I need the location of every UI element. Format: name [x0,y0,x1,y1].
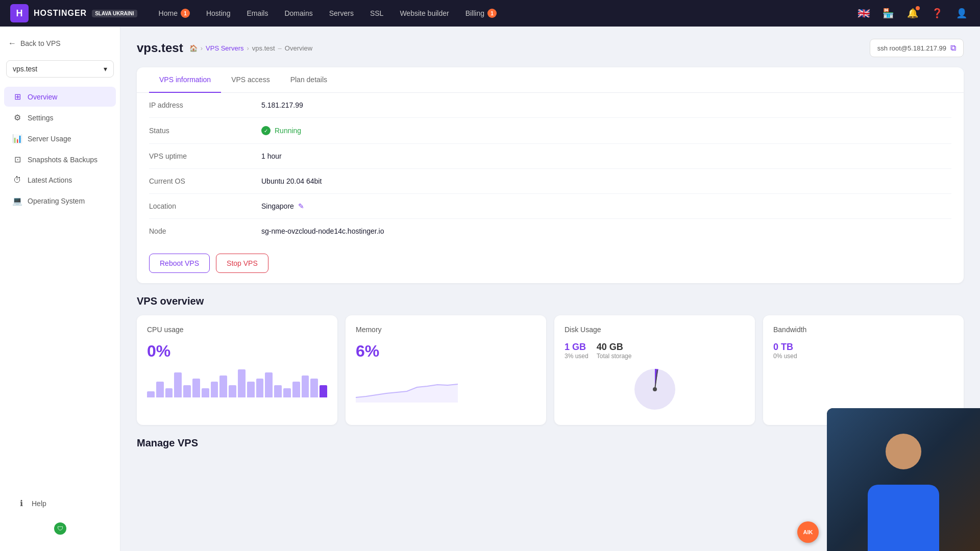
page-title-group: vps.test 🏠 › VPS Servers › vps.test – Ov… [137,41,312,55]
ssh-command-text: ssh root@5.181.217.99 [877,44,946,52]
breadcrumb-sep-3: – [278,44,282,52]
sidebar-item-os[interactable]: 💻 Operating System [4,191,116,211]
memory-value: 6% [356,342,536,361]
nav-item-home[interactable]: Home 1 [152,6,197,21]
info-card: VPS information VPS access Plan details … [137,67,964,283]
user-icon: 👤 [956,8,967,19]
uk-flag-icon: 🇬🇧 [857,7,870,19]
server-usage-icon: 📊 [12,134,22,143]
location-edit-icon[interactable]: ✎ [298,202,304,210]
nav-label-hosting: Hosting [206,9,230,17]
bandw-used-val: 0 TB [773,342,797,353]
bandw-used-label: 0% used [773,353,797,360]
nav-badge-billing: 1 [487,9,497,18]
copy-icon[interactable]: ⧉ [950,43,956,53]
location-value: Singapore ✎ [261,202,304,210]
sidebar-label-help: Help [32,499,46,508]
ip-value: 5.181.217.99 [261,101,303,109]
disk-total-label: Total storage [597,353,632,360]
memory-card-title: Memory [356,325,536,334]
question-icon: ❓ [932,8,943,19]
info-row-status: Status ✓ Running [149,118,951,144]
logo-area[interactable]: H HOSTINGER SLAVA UKRAINI [10,4,137,22]
os-label: Current OS [149,177,261,185]
tab-plan-details-label: Plan details [290,76,327,84]
status-dot-icon: ✓ [261,126,271,135]
disk-used-stat: 1 GB 3% used [565,342,589,360]
page-title: vps.test [137,41,183,55]
info-row-uptime: VPS uptime 1 hour [149,144,951,169]
notifications-btn[interactable]: 🔔 [904,5,921,21]
snapshots-icon: ⊡ [12,155,22,164]
vps-selector[interactable]: vps.test ▾ [6,60,114,78]
chevron-down-icon: ▾ [104,65,107,73]
disk-used-val: 1 GB [565,342,589,353]
uptime-text: 1 hour [261,152,282,160]
sidebar-item-help[interactable]: ℹ Help [8,493,112,513]
back-arrow-icon: ← [8,39,16,48]
webcam-overlay [827,408,980,551]
back-to-vps-btn[interactable]: ← Back to VPS [0,35,120,52]
store-icon-btn[interactable]: 🏪 [880,5,896,21]
breadcrumb-vps-test: vps.test [252,44,275,52]
person-body [868,485,939,551]
tab-vps-information[interactable]: VPS information [149,67,221,93]
os-value: Ubuntu 20.04 64bit [261,177,322,185]
sidebar-label-latest-actions: Latest Actions [28,176,72,184]
info-tabs: VPS information VPS access Plan details [137,67,964,93]
nav-item-domains[interactable]: Domains [277,6,320,20]
disk-pie-chart [565,364,745,415]
sidebar-item-server-usage[interactable]: 📊 Server Usage [4,129,116,148]
nav-item-emails[interactable]: Emails [239,6,275,20]
sidebar-label-settings: Settings [28,114,54,122]
disk-total-val: 40 GB [597,342,632,353]
breadcrumb-vps-servers[interactable]: VPS Servers [206,44,243,52]
info-row-ip: IP address 5.181.217.99 [149,93,951,118]
nav-label-ssl: SSL [370,9,383,17]
info-row-os: Current OS Ubuntu 20.04 64bit [149,169,951,194]
top-navigation: H HOSTINGER SLAVA UKRAINI Home 1 Hosting… [0,0,980,27]
ip-address-text: 5.181.217.99 [261,101,303,109]
sidebar-label-os: Operating System [28,197,85,205]
breadcrumb-sep-1: › [201,44,203,52]
stop-vps-button[interactable]: Stop VPS [216,254,268,273]
language-selector[interactable]: 🇬🇧 [855,5,872,21]
help-btn[interactable]: ❓ [929,5,945,21]
tab-vps-access[interactable]: VPS access [221,67,280,93]
nav-label-domains: Domains [284,9,312,17]
ai-chat-badge[interactable]: AIK [797,521,819,543]
home-icon[interactable]: 🏠 [189,44,198,52]
memory-card: Memory 6% [346,315,546,425]
webcam-placeholder [827,408,980,551]
uptime-value: 1 hour [261,152,282,160]
status-text: Running [275,127,301,135]
nav-badge-home: 1 [181,9,190,18]
nav-label-website-builder: Website builder [400,9,449,17]
breadcrumb-current: Overview [285,44,312,52]
nav-item-hosting[interactable]: Hosting [199,6,237,20]
nav-items: Home 1 Hosting Emails Domains Servers SS… [152,6,851,21]
sidebar-item-settings[interactable]: ⚙ Settings [4,108,116,128]
reboot-vps-button[interactable]: Reboot VPS [149,254,210,273]
person-head [886,434,921,469]
tab-plan-details[interactable]: Plan details [280,67,337,93]
user-profile-btn[interactable]: 👤 [953,5,970,21]
tab-vps-access-label: VPS access [231,76,270,84]
ip-label: IP address [149,101,261,109]
memory-chart-svg [356,367,458,403]
nav-right: 🇬🇧 🏪 🔔 ❓ 👤 [855,5,970,21]
ssh-badge[interactable]: ssh root@5.181.217.99 ⧉ [870,39,964,57]
info-rows: IP address 5.181.217.99 Status ✓ Running… [137,93,964,243]
sidebar-item-overview[interactable]: ⊞ Overview [4,87,116,107]
nav-item-billing[interactable]: Billing 1 [458,6,504,21]
cpu-card: CPU usage 0% [137,315,337,425]
nav-item-ssl[interactable]: SSL [363,6,390,20]
nav-label-home: Home [159,9,178,17]
sidebar-item-snapshots[interactable]: ⊡ Snapshots & Backups [4,149,116,169]
nav-item-website-builder[interactable]: Website builder [393,6,456,20]
nav-item-servers[interactable]: Servers [322,6,361,20]
sidebar-item-latest-actions[interactable]: ⏱ Latest Actions [4,170,116,190]
action-buttons: Reboot VPS Stop VPS [137,243,964,283]
os-text: Ubuntu 20.04 64bit [261,177,322,185]
person-silhouette [852,423,954,551]
